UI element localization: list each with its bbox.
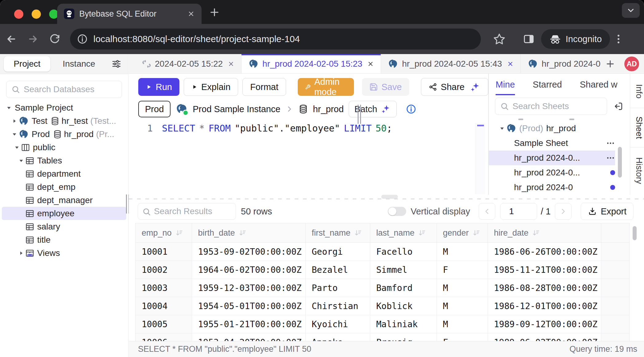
- address-bar[interactable]: localhost:8080/sql-editor/sheet/project-…: [70, 29, 481, 49]
- side-panel-icon[interactable]: [522, 33, 536, 45]
- column-header-birth_date[interactable]: birth_date: [192, 223, 305, 243]
- info-icon[interactable]: [406, 104, 416, 114]
- tree-item-table-salary[interactable]: salary: [0, 220, 128, 233]
- tab-project[interactable]: Project: [4, 56, 50, 72]
- caret-right-icon[interactable]: [17, 250, 25, 257]
- close-window-button[interactable]: [14, 10, 23, 19]
- tree-item-tables[interactable]: Tables: [0, 154, 128, 167]
- close-tab-icon[interactable]: [187, 10, 195, 18]
- sheet-list-scrollbar[interactable]: [618, 147, 622, 178]
- sql-code-line[interactable]: SELECT*FROM"public"."employee"LIMIT50;: [162, 123, 392, 134]
- sheet-menu-icon[interactable]: [606, 139, 615, 148]
- search-sheets-input[interactable]: [495, 98, 607, 115]
- forward-button[interactable]: [26, 33, 40, 45]
- collapse-panel-icon[interactable]: [613, 101, 624, 112]
- editor-tab-4[interactable]: hr_prod 2024-0: [521, 54, 600, 73]
- next-page-button[interactable]: [555, 203, 571, 220]
- explain-button[interactable]: Explain: [184, 78, 238, 96]
- results-splitter[interactable]: [129, 195, 644, 200]
- bookmark-star-icon[interactable]: [493, 33, 506, 45]
- caret-down-icon[interactable]: [10, 131, 18, 138]
- results-scrollbar[interactable]: [633, 226, 637, 240]
- editor-tab-2-active[interactable]: hr_prod 2024-02-05 15:23: [242, 54, 381, 73]
- column-header-last_name[interactable]: last_name: [370, 223, 437, 243]
- editor-tab-3[interactable]: hr_prod 2024-02-05 15:43: [381, 54, 520, 73]
- search-results-input[interactable]: [138, 203, 236, 220]
- table-row[interactable]: 100051955-01-21T00:00:00ZKyoichiMaliniak…: [135, 315, 629, 333]
- database-name[interactable]: hr_prod: [313, 104, 344, 114]
- tab-search-button[interactable]: [622, 3, 640, 18]
- vertical-display-toggle[interactable]: [388, 207, 406, 216]
- caret-down-icon[interactable]: [17, 157, 25, 164]
- avatar[interactable]: AD: [624, 57, 639, 71]
- tree-item-views[interactable]: Views: [0, 246, 128, 260]
- table-row[interactable]: 100061953-04-20T00:00:00ZAnnekePreusigF1…: [135, 333, 629, 341]
- column-header-first_name[interactable]: first_name: [305, 223, 370, 243]
- editor-tab-1[interactable]: 2024-02-05 15:22: [135, 54, 242, 73]
- table-row[interactable]: 100021964-06-02T00:00:00ZBezalelSimmelF1…: [135, 261, 629, 279]
- code-editor[interactable]: 1 SELECT*FROM"public"."employee"LIMIT50;: [129, 123, 488, 134]
- column-header-gender[interactable]: gender: [437, 223, 488, 243]
- panel-resize-handle[interactable]: [358, 105, 361, 124]
- tab-sheet[interactable]: Sheet: [630, 108, 644, 147]
- tab-mine[interactable]: Mine: [496, 74, 515, 95]
- column-header-emp_no[interactable]: emp_no: [135, 223, 192, 243]
- tree-item-table-department[interactable]: department: [0, 167, 128, 180]
- sheet-item-selected[interactable]: hr_prod 2024-0...: [489, 151, 615, 165]
- page-number-input[interactable]: [500, 203, 537, 220]
- column-header-hire_date[interactable]: hire_date: [488, 223, 601, 243]
- tree-item-table-dept-manager[interactable]: dept_manager: [0, 194, 128, 207]
- tree-item-table-employee[interactable]: employee: [2, 207, 126, 220]
- sheet-group-hr-prod[interactable]: (Prod) hr_prod: [489, 121, 615, 136]
- caret-down-icon[interactable]: [13, 144, 21, 151]
- back-button[interactable]: [4, 33, 18, 45]
- sheet-item-partial[interactable]: hr_prod 2024-0: [489, 180, 615, 195]
- close-tab-icon[interactable]: [228, 61, 234, 67]
- sheet-item-sample[interactable]: Sample Sheet: [489, 136, 615, 151]
- tree-item-table-dept-emp[interactable]: dept_emp: [0, 180, 128, 194]
- filter-settings-icon[interactable]: [112, 59, 121, 69]
- admin-mode-button[interactable]: Admin mode: [298, 78, 354, 96]
- minimize-window-button[interactable]: [32, 10, 41, 19]
- export-button[interactable]: Export: [581, 203, 634, 220]
- browser-menu-icon[interactable]: [612, 33, 625, 45]
- tree-item-schema-public[interactable]: public: [0, 141, 128, 154]
- tab-shared[interactable]: Shared w: [580, 74, 618, 95]
- database-sidebar: Project Instance Sample Project Test: [0, 54, 128, 357]
- tab-info[interactable]: Info: [630, 74, 644, 108]
- tab-instance[interactable]: Instance: [57, 54, 101, 74]
- format-button[interactable]: Format: [242, 78, 286, 96]
- browser-tab[interactable]: Bytebase SQL Editor: [57, 4, 202, 24]
- ai-sparkles-icon[interactable]: [470, 82, 481, 92]
- caret-down-icon[interactable]: [5, 104, 13, 111]
- save-button[interactable]: Save: [362, 78, 409, 96]
- editor-minimap[interactable]: [476, 123, 485, 194]
- search-databases-input[interactable]: [6, 81, 122, 98]
- table-row[interactable]: 100031959-12-03T00:00:00ZPartoBamfordM19…: [135, 279, 629, 297]
- tree-item-test-db[interactable]: Test hr_test (Test...: [0, 114, 128, 128]
- prev-page-button[interactable]: [479, 203, 495, 220]
- site-info-icon[interactable]: [77, 33, 88, 45]
- results-table-wrap: emp_nobirth_datefirst_namelast_namegende…: [135, 223, 630, 341]
- run-button[interactable]: Run: [138, 78, 179, 96]
- sheet-item-unsaved[interactable]: hr_prod 2024-0...: [489, 165, 615, 180]
- new-tab-button[interactable]: [209, 7, 220, 18]
- share-button[interactable]: Share: [421, 78, 488, 96]
- batch-button[interactable]: Batch: [349, 101, 397, 117]
- tab-starred[interactable]: Starred: [533, 74, 562, 95]
- table-row[interactable]: 100011953-09-02T00:00:00ZGeorgiFacelloM1…: [135, 243, 629, 261]
- caret-right-icon[interactable]: [10, 118, 18, 124]
- tab-history[interactable]: History: [630, 147, 644, 194]
- close-tab-icon[interactable]: [367, 61, 374, 67]
- tree-item-prod-db[interactable]: Prod hr_prod (Pr...: [0, 128, 128, 141]
- add-sheet-button[interactable]: [600, 54, 620, 73]
- caret-down-icon[interactable]: [498, 125, 506, 132]
- table-row[interactable]: 100041954-05-01T00:00:00ZChirstianKoblic…: [135, 297, 629, 315]
- tree-item-project[interactable]: Sample Project: [0, 101, 128, 114]
- close-tab-icon[interactable]: [507, 61, 514, 67]
- instance-name[interactable]: Prod Sample Instance: [193, 104, 280, 114]
- tree-item-table-title[interactable]: title: [0, 233, 128, 246]
- reload-button[interactable]: [48, 33, 61, 45]
- environment-chip[interactable]: Prod: [138, 101, 171, 117]
- sheet-menu-icon[interactable]: [606, 153, 615, 163]
